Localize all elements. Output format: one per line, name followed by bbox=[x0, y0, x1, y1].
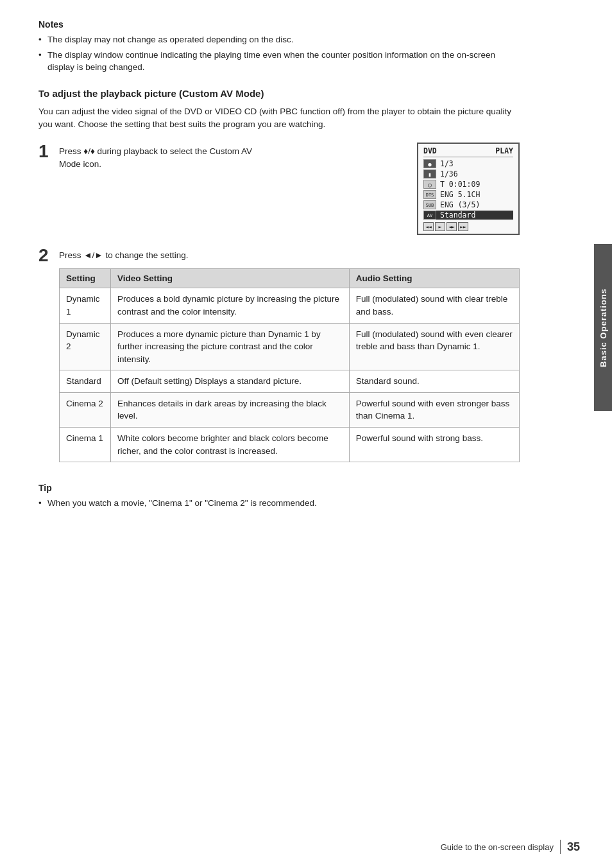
step-1-block: 1 Press ♦/♦ during playback to select th… bbox=[38, 143, 520, 235]
osd-header-right: PLAY bbox=[495, 146, 513, 155]
cell-setting-1: Dynamic 2 bbox=[60, 323, 111, 370]
step-1-number: 1 bbox=[38, 143, 53, 161]
table-row-0: Dynamic 1Produces a bold dynamic picture… bbox=[60, 288, 520, 323]
cell-video-2: Off (Default setting) Displays a standar… bbox=[110, 370, 349, 393]
cell-setting-0: Dynamic 1 bbox=[60, 288, 111, 323]
osd-value-tape: 1/36 bbox=[440, 169, 458, 178]
table-row-3: Cinema 2Enhances details in dark areas b… bbox=[60, 392, 520, 427]
sidebar-label: Basic Operations bbox=[599, 288, 608, 367]
cell-video-0: Produces a bold dynamic picture by incre… bbox=[110, 288, 349, 323]
cell-setting-2: Standard bbox=[60, 370, 111, 393]
step-1-text: Press ♦/♦ during playback to select the … bbox=[59, 145, 404, 171]
intro-paragraph: You can adjust the video signal of the D… bbox=[38, 105, 520, 132]
osd-icon-tape: ▮ bbox=[423, 169, 436, 178]
cell-audio-4: Powerful sound with strong bass. bbox=[349, 427, 519, 462]
osd-icon-dts: DTS bbox=[423, 190, 436, 199]
osd-nav-play: ► bbox=[435, 222, 445, 231]
note-item-1: The display may not change as operated d… bbox=[38, 33, 520, 46]
cell-setting-4: Cinema 1 bbox=[60, 427, 111, 462]
step-2-number: 2 bbox=[38, 247, 53, 265]
tip-item-1: When you watch a movie, "Cinema 1" or "C… bbox=[38, 497, 520, 510]
osd-nav-prev-prev: ◄◄ bbox=[423, 222, 434, 231]
tip-list: When you watch a movie, "Cinema 1" or "C… bbox=[38, 497, 520, 510]
footer-divider bbox=[560, 840, 561, 854]
step-2-block: 2 Press ◄/► to change the setting. Setti… bbox=[38, 247, 520, 478]
step-1-content: Press ♦/♦ during playback to select the … bbox=[59, 143, 520, 235]
tip-section: Tip When you watch a movie, "Cinema 1" o… bbox=[38, 483, 520, 510]
note-item-2: The display window continue indicating t… bbox=[38, 49, 520, 74]
notes-title: Notes bbox=[38, 19, 520, 30]
osd-nav-next-next: ►► bbox=[458, 222, 468, 231]
col-header-setting: Setting bbox=[60, 269, 111, 288]
cell-video-4: White colors become brighter and black c… bbox=[110, 427, 349, 462]
osd-nav-pause: ◄► bbox=[446, 222, 457, 231]
page-number: 35 bbox=[567, 840, 580, 854]
cell-audio-1: Full (modulated) sound with even clearer… bbox=[349, 323, 519, 370]
col-header-video: Video Setting bbox=[110, 269, 349, 288]
osd-value-clock: T 0:01:09 bbox=[440, 180, 480, 189]
cell-audio-0: Full (modulated) sound with clear treble… bbox=[349, 288, 519, 323]
osd-row-disc: ● 1/3 bbox=[423, 159, 513, 168]
cell-video-3: Enhances details in dark areas by increa… bbox=[110, 392, 349, 427]
tip-title: Tip bbox=[38, 483, 520, 493]
cell-audio-2: Standard sound. bbox=[349, 370, 519, 393]
cell-video-1: Produces a more dynamic picture than Dyn… bbox=[110, 323, 349, 370]
section-heading: To adjust the playback picture (Custom A… bbox=[38, 88, 520, 99]
osd-header-left: DVD bbox=[423, 146, 437, 155]
osd-row-tape: ▮ 1/36 bbox=[423, 169, 513, 178]
notes-list: The display may not change as operated d… bbox=[38, 33, 520, 74]
step-2-text: Press ◄/► to change the setting. bbox=[59, 249, 520, 262]
osd-value-disc: 1/3 bbox=[440, 159, 454, 168]
osd-row-sub: SUB ENG (3/5) bbox=[423, 200, 513, 209]
settings-table: Setting Video Setting Audio Setting Dyna… bbox=[59, 268, 520, 462]
footer-text: Guide to the on-screen display bbox=[441, 842, 554, 852]
table-row-2: StandardOff (Default setting) Displays a… bbox=[60, 370, 520, 393]
col-header-audio: Audio Setting bbox=[349, 269, 519, 288]
page-footer: Guide to the on-screen display 35 bbox=[441, 840, 580, 854]
notes-section: Notes The display may not change as oper… bbox=[38, 19, 520, 74]
osd-icon-av: AV bbox=[423, 211, 436, 220]
osd-row-dts: DTS ENG 5.1CH bbox=[423, 190, 513, 199]
sidebar-basic-operations: Basic Operations bbox=[594, 244, 612, 411]
osd-display: DVD PLAY ● 1/3 ▮ 1/36 ◯ bbox=[417, 143, 520, 235]
step-2-content: Press ◄/► to change the setting. Setting… bbox=[59, 247, 520, 478]
osd-value-av: Standard bbox=[440, 211, 475, 220]
osd-value-dts: ENG 5.1CH bbox=[440, 190, 480, 199]
table-row-1: Dynamic 2Produces a more dynamic picture… bbox=[60, 323, 520, 370]
cell-audio-3: Powerful sound with even stronger bass t… bbox=[349, 392, 519, 427]
cell-setting-3: Cinema 2 bbox=[60, 392, 111, 427]
osd-row-av: AV Standard bbox=[423, 211, 513, 220]
table-row-4: Cinema 1White colors become brighter and… bbox=[60, 427, 520, 462]
osd-row-clock: ◯ T 0:01:09 bbox=[423, 180, 513, 189]
osd-icon-clock: ◯ bbox=[423, 180, 436, 189]
osd-value-sub: ENG (3/5) bbox=[440, 200, 480, 209]
osd-nav-row: ◄◄ ► ◄► ►► bbox=[423, 222, 513, 231]
osd-icon-sub: SUB bbox=[423, 200, 436, 209]
osd-icon-disc: ● bbox=[423, 159, 436, 168]
